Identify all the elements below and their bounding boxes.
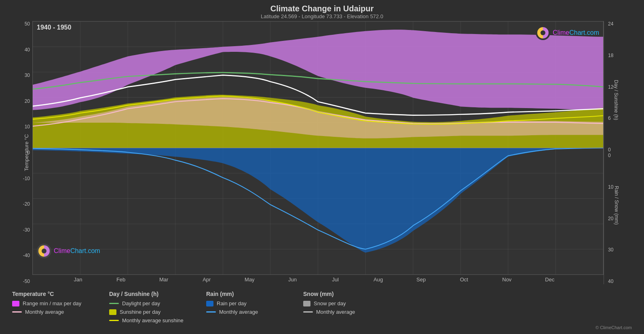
x-month-label: Feb <box>99 277 142 283</box>
legend-swatch <box>12 301 19 306</box>
legend-item-label: Daylight per day <box>122 300 160 306</box>
chart-svg <box>33 21 603 274</box>
y-tick-left: 50 <box>23 21 30 27</box>
svg-point-3 <box>42 249 46 253</box>
legend-swatch <box>303 301 310 306</box>
x-axis: JanFebMarAprMayJunJulAugSepOctNovDec <box>57 275 571 284</box>
y-tick-left: -50 <box>23 279 30 284</box>
year-range-label: 1940 - 1950 <box>37 24 71 31</box>
chart-with-axes: Temperature °C 50403020100-10-20-30-40-5… <box>8 21 636 284</box>
y-tick-left: -40 <box>23 253 30 258</box>
x-month-label: Mar <box>142 277 185 283</box>
y-tick-left: -10 <box>23 176 30 181</box>
y-tick-left: 20 <box>23 98 30 104</box>
x-month-label: Apr <box>185 277 228 283</box>
y-tick-right-top: 24 <box>606 21 613 27</box>
chart-plot-area: 1940 - 1950 ClimeChart.com <box>32 21 604 275</box>
legend-group: Rain (mm)Rain per dayMonthly average <box>206 291 287 323</box>
chart-subtitle: Latitude 24.569 - Longitude 73.733 - Ele… <box>8 13 636 19</box>
legend-item: Sunshine per day <box>109 309 190 315</box>
y-tick-right-top: 12 <box>606 84 613 90</box>
legend-item-label: Snow per day <box>314 300 346 306</box>
legend-group-title: Temperature °C <box>12 291 93 297</box>
legend-swatch <box>109 303 119 304</box>
brand-label-bl: ClimeChart.com <box>54 247 100 255</box>
legend-group: Day / Sunshine (h)Daylight per daySunshi… <box>109 291 190 323</box>
brand-bottom-left: ClimeChart.com <box>37 244 100 258</box>
legend-item: Monthly average <box>206 309 287 315</box>
y-tick-left: 30 <box>23 72 30 78</box>
bottom-section: Temperature °CRange min / max per dayMon… <box>8 287 636 330</box>
legend-item: Daylight per day <box>109 300 190 306</box>
legend-swatch <box>109 309 116 315</box>
y-tick-right-top: 18 <box>606 53 613 58</box>
brand-label: ClimeChart.com <box>553 29 599 36</box>
x-month-label: Dec <box>528 277 571 283</box>
y-axis-left: Temperature °C 50403020100-10-20-30-40-5… <box>8 21 32 284</box>
legend-group: Snow (mm)Snow per dayMonthly average <box>303 291 384 323</box>
legend-swatch <box>206 301 213 306</box>
legend-item: Monthly average <box>303 309 384 315</box>
y-tick-right-bottom: 20 <box>606 216 613 221</box>
legend-swatch <box>206 311 216 313</box>
y-tick-right-bottom: 30 <box>606 247 613 253</box>
y-axis-right-ticks-bottom: 010203040 <box>604 153 613 284</box>
x-month-label: Jun <box>271 277 314 283</box>
brand-logo-icon <box>536 26 550 40</box>
legend-item: Rain per day <box>206 300 287 306</box>
legend-item: Snow per day <box>303 300 384 306</box>
y-tick-left: 10 <box>23 124 30 130</box>
y-axis-right: 24181260 010203040 Day / Sunshine (h) Ra… <box>604 21 636 284</box>
y-tick-left: 40 <box>23 47 30 53</box>
x-month-label: Sep <box>400 277 443 283</box>
y-tick-right-top: 6 <box>606 115 613 121</box>
y-axis-right-ticks-top: 24181260 <box>604 21 613 153</box>
legend-swatch <box>303 311 313 313</box>
chart-title: Climate Change in Udaipur <box>8 4 636 13</box>
x-month-label: Aug <box>357 277 400 283</box>
brand-top-right: ClimeChart.com <box>536 26 599 40</box>
legend-item-label: Monthly average <box>25 309 64 315</box>
y-tick-left: -30 <box>23 227 30 233</box>
y-tick-left: -20 <box>23 201 30 207</box>
x-month-label: Oct <box>443 277 486 283</box>
y-tick-right-bottom: 10 <box>606 184 613 190</box>
brand-logo-icon-bl <box>37 244 51 258</box>
legend-item-label: Range min / max per day <box>23 300 81 306</box>
x-month-label: May <box>228 277 271 283</box>
copyright-text: © ClimeChart.com <box>8 325 632 330</box>
y-axis-left-label: Temperature °C <box>23 134 30 171</box>
legend-group: Temperature °CRange min / max per dayMon… <box>12 291 93 323</box>
legend-item: Range min / max per day <box>12 300 93 306</box>
brand-clime: Clime <box>553 29 569 36</box>
legend-item-label: Monthly average <box>219 309 258 315</box>
legend-group-title: Rain (mm) <box>206 291 287 297</box>
legend-swatch <box>109 320 119 321</box>
legend-area: Temperature °CRange min / max per dayMon… <box>8 291 636 323</box>
legend-swatch <box>12 311 22 313</box>
x-axis-months: JanFebMarAprMayJunJulAugSepOctNovDec <box>57 275 571 284</box>
legend-item-label: Rain per day <box>217 300 247 306</box>
y-axis-right-label-top: Day / Sunshine (h) <box>613 80 619 120</box>
legend-item-label: Sunshine per day <box>120 309 160 315</box>
legend-group-title: Snow (mm) <box>303 291 384 297</box>
chart-header: Climate Change in Udaipur Latitude 24.56… <box>8 4 636 19</box>
y-tick-right-bottom: 40 <box>606 279 613 284</box>
y-axis-right-label-bottom: Rain / Snow (mm) <box>614 186 619 225</box>
y-tick-right-bottom: 0 <box>606 153 613 158</box>
x-month-label: Nov <box>486 277 528 283</box>
legend-group-title: Day / Sunshine (h) <box>109 291 190 297</box>
legend-item: Monthly average sunshine <box>109 317 190 323</box>
legend-item: Monthly average <box>12 309 93 315</box>
legend-item-label: Monthly average sunshine <box>122 317 184 323</box>
y-tick-right-top: 0 <box>606 147 613 153</box>
x-month-label: Jan <box>57 277 99 283</box>
svg-point-1 <box>541 30 545 35</box>
x-month-label: Jul <box>314 277 357 283</box>
legend-item-label: Monthly average <box>316 309 355 315</box>
brand-chart: Chart.com <box>569 29 599 36</box>
